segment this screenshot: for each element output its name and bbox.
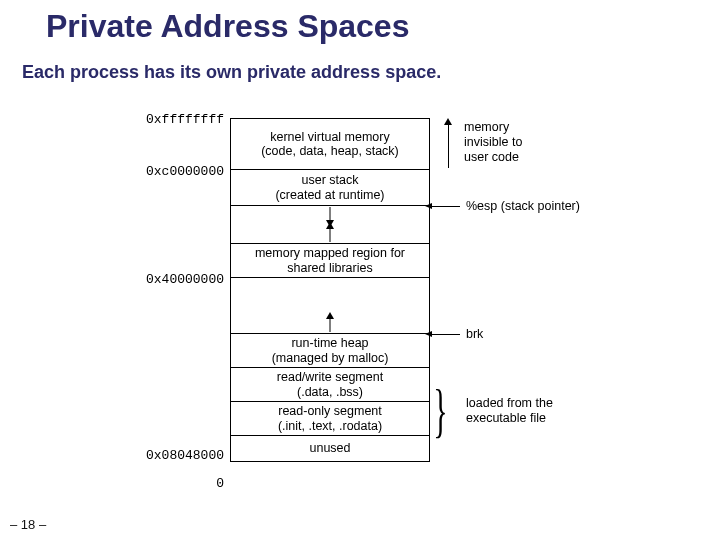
slide-subtitle: Each process has its own private address… bbox=[22, 62, 441, 83]
note-esp: %esp (stack pointer) bbox=[466, 199, 580, 214]
region-user-stack-label: user stack (created at runtime) bbox=[275, 173, 384, 202]
addr-kern: 0xc0000000 bbox=[114, 164, 224, 179]
addr-mmap: 0x40000000 bbox=[114, 272, 224, 287]
slide-number: – 18 – bbox=[10, 517, 46, 532]
addr-top: 0xffffffff bbox=[114, 112, 224, 127]
note-brk: brk bbox=[466, 327, 483, 342]
region-ro-label: read-only segment (.init, .text, .rodata… bbox=[278, 404, 382, 433]
region-heap-label: run-time heap (managed by malloc) bbox=[272, 336, 389, 365]
connector-line bbox=[448, 124, 449, 168]
pointer-arrow-icon bbox=[432, 206, 460, 207]
arrow-up-icon bbox=[444, 118, 452, 125]
region-unused-label: unused bbox=[309, 441, 350, 455]
region-user-stack: user stack (created at runtime) bbox=[231, 169, 429, 205]
region-rw-label: read/write segment (.data, .bss) bbox=[277, 370, 383, 399]
addr-text: 0x08048000 bbox=[114, 448, 224, 463]
brace-icon: } bbox=[433, 380, 447, 440]
region-mmap: memory mapped region for shared librarie… bbox=[231, 243, 429, 277]
region-rw: read/write segment (.data, .bss) bbox=[231, 367, 429, 401]
region-gap-stack-mmap bbox=[231, 205, 429, 243]
region-mmap-label: memory mapped region for shared librarie… bbox=[255, 246, 405, 275]
note-loaded: loaded from the executable file bbox=[466, 396, 553, 426]
addr-zero: 0 bbox=[114, 476, 224, 491]
slide-title: Private Address Spaces bbox=[46, 8, 409, 45]
region-ro: read-only segment (.init, .text, .rodata… bbox=[231, 401, 429, 435]
memory-map: kernel virtual memory (code, data, heap,… bbox=[230, 118, 430, 462]
region-gap-mmap-heap bbox=[231, 277, 429, 333]
region-kernel: kernel virtual memory (code, data, heap,… bbox=[231, 119, 429, 169]
pointer-arrow-icon bbox=[432, 334, 460, 335]
region-unused: unused bbox=[231, 435, 429, 461]
note-invisible: memory invisible to user code bbox=[464, 120, 522, 165]
region-heap: run-time heap (managed by malloc) bbox=[231, 333, 429, 367]
region-kernel-label: kernel virtual memory (code, data, heap,… bbox=[261, 130, 399, 159]
